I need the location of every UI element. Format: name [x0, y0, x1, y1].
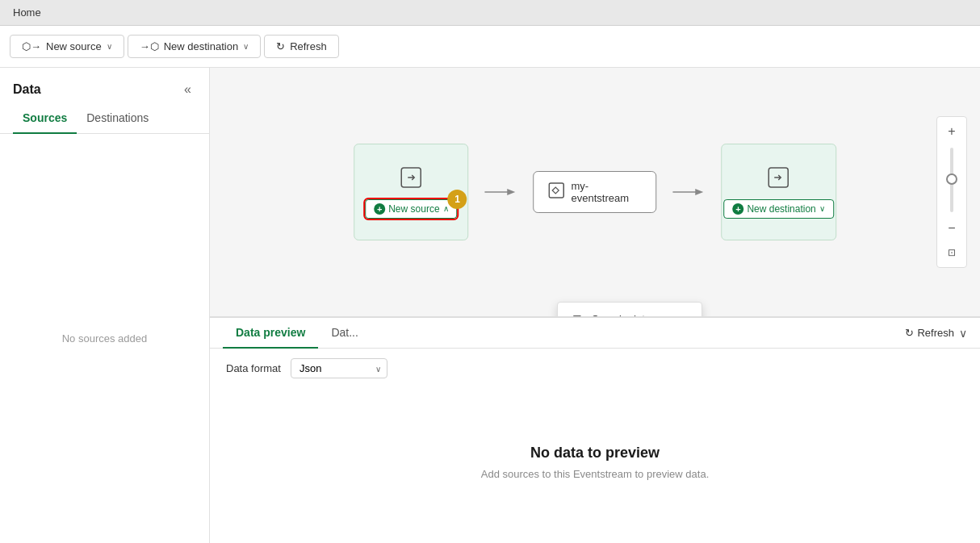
- zoom-thumb: [946, 173, 957, 185]
- new-destination-chevron-icon: ∨: [243, 42, 249, 51]
- bottom-tabs: Data preview Dat... ↻ Refresh ∨: [210, 318, 980, 349]
- sample-data-icon: ⊞: [571, 312, 584, 317]
- sources-tab-label: Sources: [23, 111, 67, 124]
- data-format-select-wrapper: Json CSV Avro Parquet: [291, 358, 387, 378]
- data-format-select[interactable]: Json CSV Avro Parquet: [291, 358, 387, 378]
- dest-node-icon: [768, 166, 790, 193]
- no-data-title: No data to preview: [530, 445, 660, 462]
- data-format-row: Data format Json CSV Avro Parquet: [226, 358, 964, 378]
- canvas-area: + New source ∧ 1: [210, 68, 980, 543]
- bottom-content: Data format Json CSV Avro Parquet No dat…: [210, 349, 980, 543]
- zoom-out-button[interactable]: −: [940, 217, 963, 240]
- source-dropdown-menu: ⊞ Sample data ⊡ Azure Event Hub ⊛ Azure …: [557, 302, 702, 317]
- zoom-fit-button[interactable]: ⊡: [940, 241, 963, 264]
- dest-btn-chevron: ∨: [819, 204, 825, 213]
- sidebar: Data « Sources Destinations No sources a…: [0, 68, 210, 543]
- title-bar: Home: [0, 0, 980, 26]
- bottom-refresh-label: Refresh: [917, 327, 954, 339]
- sidebar-tabs: Sources Destinations: [0, 105, 209, 134]
- new-source-label: New source: [46, 40, 102, 52]
- bottom-refresh-button[interactable]: ↻ Refresh: [905, 327, 954, 339]
- tab-data2[interactable]: Dat...: [318, 318, 371, 349]
- eventstream-icon: [549, 182, 565, 202]
- tab-data-preview[interactable]: Data preview: [223, 318, 318, 349]
- zoom-controls: + − ⊡: [936, 116, 967, 268]
- no-data-subtitle: Add sources to this Eventstream to previ…: [481, 468, 710, 480]
- toolbar-refresh-button[interactable]: ↻ Refresh: [264, 35, 339, 58]
- canvas-new-source-button[interactable]: + New source ∧: [365, 199, 457, 219]
- toolbar: ⬡→ New source ∨ →⬡ New destination ∨ ↻ R…: [0, 26, 980, 68]
- new-source-chevron-icon: ∨: [107, 42, 112, 51]
- main-layout: Data « Sources Destinations No sources a…: [0, 68, 980, 543]
- new-destination-button[interactable]: →⬡ New destination ∨: [128, 35, 262, 58]
- bottom-refresh-icon: ↻: [905, 327, 914, 339]
- new-destination-icon: →⬡: [140, 40, 159, 52]
- svg-rect-3: [550, 183, 564, 198]
- destination-node: + New destination ∨: [721, 144, 836, 240]
- bottom-panel: Data preview Dat... ↻ Refresh ∨ Data for…: [210, 317, 980, 543]
- source-node: + New source ∧ 1: [354, 144, 468, 240]
- svg-marker-5: [695, 189, 703, 195]
- sidebar-tab-destinations[interactable]: Destinations: [77, 105, 158, 134]
- flow-nodes: + New source ∧ 1: [354, 144, 836, 240]
- new-destination-label: New destination: [164, 40, 239, 52]
- dest-plus-circle-icon: +: [732, 203, 743, 215]
- refresh-icon: ↻: [276, 40, 285, 52]
- step-badge-1: 1: [448, 190, 467, 209]
- flow-canvas: + New source ∧ 1: [210, 68, 980, 317]
- zoom-slider: [950, 148, 953, 212]
- no-data-area: No data to preview Add sources to this E…: [226, 391, 964, 533]
- sidebar-empty-message: No sources added: [0, 134, 209, 543]
- title-bar-label: Home: [13, 6, 41, 19]
- canvas-new-destination-button[interactable]: + New destination ∨: [723, 199, 833, 219]
- center-node: my-eventstream: [534, 171, 657, 213]
- center-node-label: my-eventstream: [572, 180, 642, 204]
- collapse-sidebar-button[interactable]: «: [179, 81, 196, 98]
- canvas-new-destination-label: New destination: [747, 203, 815, 215]
- canvas-new-source-label: New source: [388, 203, 439, 215]
- plus-circle-icon: +: [374, 203, 385, 215]
- arrow-source-to-center: [485, 184, 517, 200]
- bottom-tab-actions: ↻ Refresh ∨: [905, 327, 967, 340]
- source-btn-chevron: ∧: [443, 204, 449, 213]
- zoom-in-button[interactable]: +: [940, 120, 963, 143]
- dropdown-item-sample-data[interactable]: ⊞ Sample data: [558, 306, 701, 317]
- source-node-icon: [400, 166, 422, 193]
- destinations-tab-label: Destinations: [86, 111, 149, 124]
- new-source-icon: ⬡→: [22, 40, 41, 52]
- bottom-expand-button[interactable]: ∨: [959, 327, 967, 340]
- data-format-label: Data format: [226, 362, 281, 374]
- sidebar-tab-sources[interactable]: Sources: [13, 105, 77, 134]
- new-source-button[interactable]: ⬡→ New source ∨: [10, 35, 124, 58]
- toolbar-refresh-label: Refresh: [290, 40, 327, 52]
- sidebar-header: Data «: [0, 68, 209, 105]
- sidebar-title: Data: [13, 82, 41, 97]
- arrow-center-to-dest: [672, 184, 705, 200]
- svg-marker-2: [508, 189, 516, 195]
